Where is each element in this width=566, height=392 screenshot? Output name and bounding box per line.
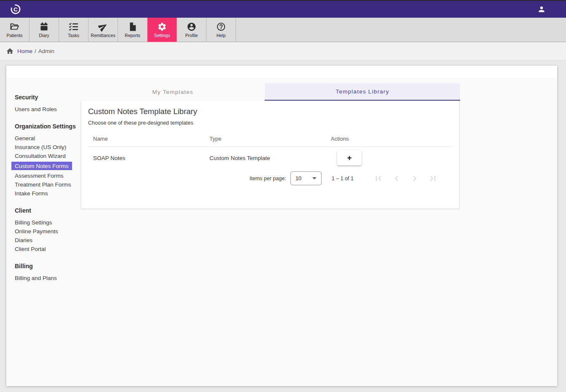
templates-main-column: My Templates Templates Library Custom No… <box>81 79 460 292</box>
checklist-icon <box>69 22 78 32</box>
sidebar-section-billing: Billing Billing and Plans <box>15 263 81 283</box>
page-background: Security Users and Roles Organization Se… <box>0 66 566 392</box>
table-row: SOAP Notes Custom Notes Template + <box>88 147 452 169</box>
row-name-cell: SOAP Notes <box>88 155 209 161</box>
sidebar-section-security: Security Users and Roles <box>15 94 81 114</box>
breadcrumb: Home / Admin <box>0 42 566 61</box>
breadcrumb-home-link[interactable]: Home <box>17 48 32 54</box>
card-title: Custom Notes Template Library <box>88 107 452 116</box>
tab-my-templates[interactable]: My Templates <box>81 83 265 101</box>
home-icon[interactable] <box>6 47 14 55</box>
toolbar-label: Profile <box>185 33 198 38</box>
sidebar-item-users-and-roles[interactable]: Users and Roles <box>15 105 81 114</box>
add-template-button[interactable]: + <box>337 150 362 165</box>
plus-icon: + <box>347 153 351 163</box>
sidebar-item-client-portal[interactable]: Client Portal <box>15 245 81 253</box>
previous-page-button[interactable] <box>392 173 402 184</box>
next-page-button[interactable] <box>410 173 420 184</box>
toolbar-item-settings[interactable]: Settings <box>148 18 177 42</box>
last-page-icon <box>428 173 438 184</box>
templates-tabs: My Templates Templates Library <box>81 83 460 101</box>
sidebar-item-online-payments[interactable]: Online Payments <box>15 227 81 236</box>
last-page-button[interactable] <box>428 173 438 184</box>
toolbar-item-help[interactable]: Help <box>207 18 236 42</box>
sidebar-section-organization-settings: Organization Settings General Insurance … <box>15 123 81 198</box>
first-page-button[interactable] <box>373 173 384 184</box>
sidebar-section-header: Billing <box>15 263 81 269</box>
toolbar-label: Reports <box>125 33 140 38</box>
toolbar-label: Remittances <box>91 33 115 38</box>
items-per-page-select[interactable]: 10 <box>290 171 322 185</box>
chevron-down-icon <box>312 177 317 179</box>
toolbar-item-profile[interactable]: Profile <box>177 18 207 42</box>
toolbar-label: Help <box>217 33 226 38</box>
sidebar-item-custom-notes-forms[interactable]: Custom Notes Forms <box>15 160 81 171</box>
breadcrumb-separator: / <box>35 48 36 54</box>
svg-text:C: C <box>13 6 18 13</box>
person-circle-icon <box>187 22 196 32</box>
toolbar-label: Patients <box>7 33 23 38</box>
paper-plane-icon <box>98 22 108 32</box>
toolbar-item-patients[interactable]: Patients <box>0 18 30 42</box>
sidebar-section-header: Security <box>15 94 81 101</box>
breadcrumb-current: Admin <box>38 48 54 54</box>
document-icon <box>128 22 137 32</box>
items-per-page-label: Items per page: <box>249 176 286 181</box>
tab-templates-library[interactable]: Templates Library <box>265 83 460 101</box>
sidebar-section-client: Client Billing Settings Online Payments … <box>15 207 81 253</box>
sidebar-item-assessment-forms[interactable]: Assessment Forms <box>15 171 81 180</box>
templates-table: Name Type Actions SOAP Notes Custom Note… <box>88 131 452 169</box>
sidebar-item-billing-and-plans[interactable]: Billing and Plans <box>15 274 81 283</box>
paginator-range-label: 1 – 1 of 1 <box>332 176 354 181</box>
sidebar-section-header: Client <box>15 207 81 214</box>
question-circle-icon <box>216 22 226 32</box>
table-header-row: Name Type Actions <box>88 131 452 147</box>
toolbar-item-remittances[interactable]: Remittances <box>89 18 118 42</box>
toolbar-label: Settings <box>154 33 170 38</box>
sidebar-item-intake-forms[interactable]: Intake Forms <box>15 189 81 198</box>
toolbar-label: Diary <box>39 33 49 38</box>
toolbar-item-diary[interactable]: Diary <box>30 18 59 42</box>
app-navbar: C <box>0 1 566 18</box>
items-per-page-value: 10 <box>295 175 301 181</box>
template-library-card: Custom Notes Template Library Choose one… <box>81 101 459 209</box>
calendar-icon <box>39 22 49 32</box>
panel-header-strip <box>6 66 557 79</box>
sidebar-item-insurance-us-only[interactable]: Insurance (US Only) <box>15 143 81 152</box>
card-subtitle: Choose one of these pre-designed templat… <box>88 120 452 126</box>
paginator: Items per page: 10 1 – 1 of 1 <box>88 171 452 185</box>
sidebar-item-consultation-wizard[interactable]: Consultation Wizard <box>15 152 81 160</box>
sidebar-item-diaries[interactable]: Diaries <box>15 236 81 245</box>
sidebar-section-header: Organization Settings <box>15 123 81 130</box>
toolbar-item-tasks[interactable]: Tasks <box>59 18 89 42</box>
row-type-cell: Custom Notes Template <box>209 155 331 161</box>
sidebar-item-treatment-plan-forms[interactable]: Treatment Plan Forms <box>15 180 81 189</box>
folder-open-icon <box>10 22 19 32</box>
chevron-right-icon <box>410 173 420 184</box>
column-header-name: Name <box>88 136 209 142</box>
gear-icon <box>157 22 167 32</box>
brand-c-logo-icon[interactable]: C <box>10 4 21 15</box>
toolbar-label: Tasks <box>68 33 79 38</box>
column-header-actions: Actions <box>331 136 452 142</box>
sidebar-item-general[interactable]: General <box>15 134 81 143</box>
settings-sidebar: Security Users and Roles Organization Se… <box>6 79 81 292</box>
chevron-left-icon <box>392 173 402 184</box>
main-toolbar: Patients Diary Tasks Remittances <box>0 18 566 42</box>
column-header-type: Type <box>209 136 331 142</box>
toolbar-item-reports[interactable]: Reports <box>118 18 148 42</box>
sidebar-item-billing-settings[interactable]: Billing Settings <box>15 218 81 227</box>
user-account-icon[interactable] <box>537 5 546 13</box>
settings-panel: Security Users and Roles Organization Se… <box>6 66 557 386</box>
first-page-icon <box>373 173 384 184</box>
